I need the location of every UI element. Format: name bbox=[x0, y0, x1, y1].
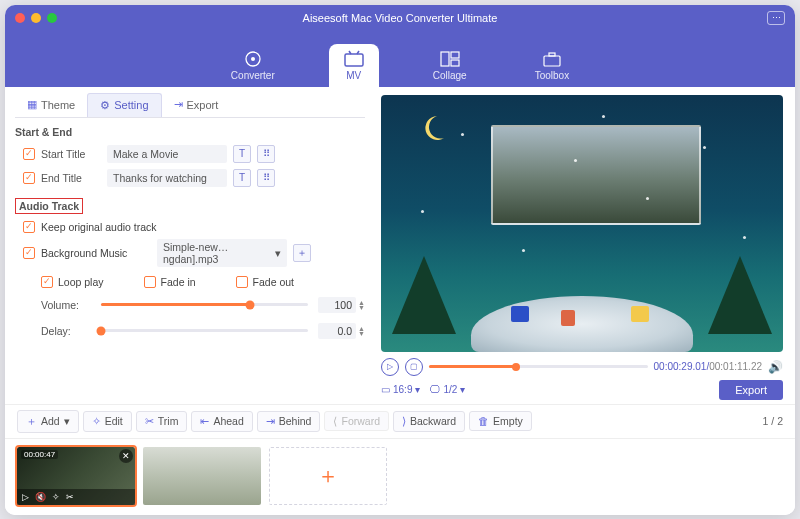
svg-point-1 bbox=[251, 57, 255, 61]
player-controls: ▷ ▢ 00:00:29.01/00:01:11.22 🔊 bbox=[381, 358, 783, 376]
svg-rect-8 bbox=[544, 56, 560, 66]
converter-icon bbox=[242, 50, 264, 68]
tab-export[interactable]: ⇥Export bbox=[162, 93, 231, 117]
crop-icon: ▭ bbox=[381, 384, 390, 395]
end-title-label: End Title bbox=[41, 172, 101, 184]
titlebar: Aiseesoft Mac Video Converter Ultimate ⋯ bbox=[5, 5, 795, 31]
video-preview[interactable] bbox=[381, 95, 783, 352]
export-button[interactable]: Export bbox=[719, 380, 783, 400]
start-title-checkbox[interactable] bbox=[23, 148, 35, 160]
stop-button[interactable]: ▢ bbox=[405, 358, 423, 376]
remove-clip-icon[interactable]: ✕ bbox=[119, 449, 133, 463]
delay-stepper[interactable]: ▲▼ bbox=[358, 326, 365, 336]
content-area: ▦Theme ⚙Setting ⇥Export Start & End Star… bbox=[5, 87, 795, 515]
mute-icon[interactable]: 🔇 bbox=[35, 492, 46, 502]
clip-toolbar: ＋Add ▾ ✧Edit ✂Trim ⇤Ahead ⇥Behind ⟨Forwa… bbox=[5, 404, 795, 439]
clip-duration: 00:00:47 bbox=[21, 450, 58, 459]
fadeout-checkbox[interactable] bbox=[236, 276, 248, 288]
trim-button[interactable]: ✂Trim bbox=[136, 411, 188, 432]
start-title-text-style[interactable]: T bbox=[233, 145, 251, 163]
screen-select[interactable]: 🖵1/2 ▾ bbox=[430, 384, 465, 395]
clip-overlay: ▷ 🔇 ✧ ✂ bbox=[17, 489, 135, 505]
end-title-edit[interactable]: ⠿ bbox=[257, 169, 275, 187]
time-display: 00:00:29.01/00:01:11.22 bbox=[654, 361, 762, 372]
start-title-input[interactable] bbox=[107, 145, 227, 163]
wand-icon: ✧ bbox=[92, 415, 101, 428]
volume-value[interactable]: 100 bbox=[318, 297, 356, 313]
add-button[interactable]: ＋Add ▾ bbox=[17, 410, 79, 433]
chevron-down-icon: ▾ bbox=[275, 247, 281, 259]
progress-slider[interactable] bbox=[429, 365, 648, 368]
play-icon[interactable]: ▷ bbox=[22, 492, 29, 502]
next-icon: ⟩ bbox=[402, 415, 406, 428]
volume-stepper[interactable]: ▲▼ bbox=[358, 300, 365, 310]
keep-original-label: Keep original audio track bbox=[41, 221, 157, 233]
tree-decoration bbox=[389, 234, 459, 334]
audio-track-heading: Audio Track bbox=[15, 198, 83, 214]
volume-label: Volume: bbox=[41, 299, 91, 311]
add-clip-button[interactable]: ＋ bbox=[269, 447, 387, 505]
keep-original-checkbox[interactable] bbox=[23, 221, 35, 233]
pager: 1 / 2 bbox=[763, 415, 783, 427]
nav-converter[interactable]: Converter bbox=[217, 44, 289, 87]
empty-button[interactable]: 🗑Empty bbox=[469, 411, 532, 431]
moon-icon bbox=[417, 113, 447, 143]
toolbox-icon bbox=[541, 50, 563, 68]
timeline-clip[interactable] bbox=[143, 447, 261, 505]
main-nav: Converter MV Collage Toolbox bbox=[5, 31, 795, 87]
start-end-heading: Start & End bbox=[15, 126, 365, 138]
ahead-button[interactable]: ⇤Ahead bbox=[191, 411, 252, 432]
trash-icon: 🗑 bbox=[478, 415, 489, 427]
start-title-label: Start Title bbox=[41, 148, 101, 160]
behind-button[interactable]: ⇥Behind bbox=[257, 411, 321, 432]
export-icon: ⇥ bbox=[174, 98, 183, 111]
wand-icon[interactable]: ✧ bbox=[52, 492, 60, 502]
bgm-add-button[interactable]: ＋ bbox=[293, 244, 311, 262]
end-title-input[interactable] bbox=[107, 169, 227, 187]
start-title-edit[interactable]: ⠿ bbox=[257, 145, 275, 163]
nav-collage[interactable]: Collage bbox=[419, 44, 481, 87]
settings-tabs: ▦Theme ⚙Setting ⇥Export bbox=[15, 93, 365, 118]
forward-button[interactable]: ⟨Forward bbox=[324, 411, 389, 431]
prev-icon: ⟨ bbox=[333, 415, 337, 427]
svg-rect-2 bbox=[345, 54, 363, 66]
fadein-checkbox[interactable] bbox=[144, 276, 156, 288]
svg-rect-7 bbox=[451, 60, 459, 66]
tree-decoration bbox=[705, 234, 775, 334]
delay-slider[interactable] bbox=[101, 329, 308, 332]
tab-setting[interactable]: ⚙Setting bbox=[87, 93, 161, 117]
loop-checkbox[interactable] bbox=[41, 276, 53, 288]
timeline-clip[interactable]: 00:00:47 ✕ ▷ 🔇 ✧ ✂ bbox=[17, 447, 135, 505]
timeline: 00:00:47 ✕ ▷ 🔇 ✧ ✂ ＋ bbox=[5, 439, 795, 515]
aspect-select[interactable]: ▭16:9 ▾ bbox=[381, 384, 420, 395]
edit-button[interactable]: ✧Edit bbox=[83, 411, 132, 432]
svg-rect-6 bbox=[451, 52, 459, 58]
nav-toolbox[interactable]: Toolbox bbox=[521, 44, 583, 87]
gift-decoration bbox=[561, 310, 575, 326]
gear-icon: ⚙ bbox=[100, 99, 110, 112]
scissors-icon[interactable]: ✂ bbox=[66, 492, 74, 502]
right-end-icon: ⇥ bbox=[266, 415, 275, 428]
play-button[interactable]: ▷ bbox=[381, 358, 399, 376]
app-title: Aiseesoft Mac Video Converter Ultimate bbox=[5, 12, 795, 24]
tab-theme[interactable]: ▦Theme bbox=[15, 93, 87, 117]
left-end-icon: ⇤ bbox=[200, 415, 209, 428]
end-title-checkbox[interactable] bbox=[23, 172, 35, 184]
end-title-text-style[interactable]: T bbox=[233, 169, 251, 187]
volume-icon[interactable]: 🔊 bbox=[768, 360, 783, 374]
pip-frame bbox=[491, 125, 701, 225]
delay-label: Delay: bbox=[41, 325, 91, 337]
volume-slider[interactable] bbox=[101, 303, 308, 306]
bgm-checkbox[interactable] bbox=[23, 247, 35, 259]
player-options: ▭16:9 ▾ 🖵1/2 ▾ Export bbox=[381, 380, 783, 400]
mv-icon bbox=[343, 50, 365, 68]
nav-mv[interactable]: MV bbox=[329, 44, 379, 87]
gift-decoration bbox=[511, 306, 529, 322]
more-menu-icon[interactable]: ⋯ bbox=[767, 11, 785, 25]
platform-decoration bbox=[471, 296, 693, 352]
preview-panel: ▷ ▢ 00:00:29.01/00:01:11.22 🔊 ▭16:9 ▾ 🖵1… bbox=[375, 87, 795, 404]
backward-button[interactable]: ⟩Backward bbox=[393, 411, 465, 432]
gift-decoration bbox=[631, 306, 649, 322]
delay-value[interactable]: 0.0 bbox=[318, 323, 356, 339]
bgm-select[interactable]: Simple-new…ngdan].mp3▾ bbox=[157, 239, 287, 267]
